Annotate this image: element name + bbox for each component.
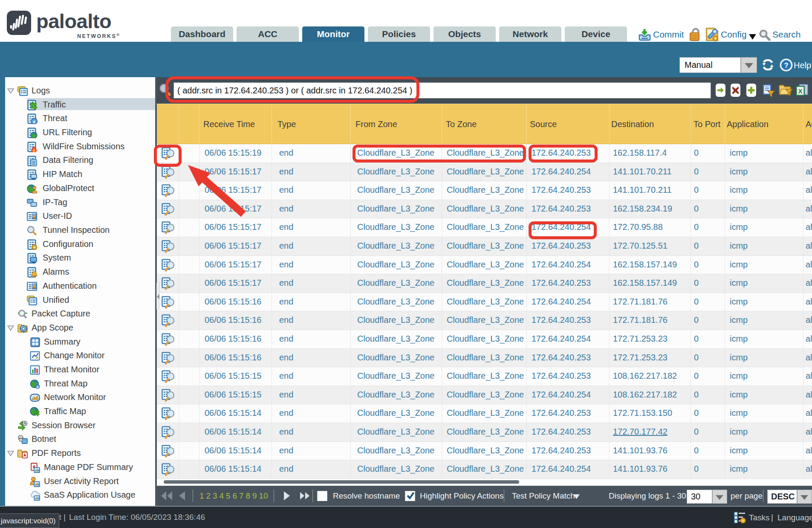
svg-text:x: x xyxy=(33,119,36,124)
svg-text:x: x xyxy=(37,384,39,389)
svg-text:X: X xyxy=(798,87,802,95)
svg-text:?: ? xyxy=(784,61,788,70)
